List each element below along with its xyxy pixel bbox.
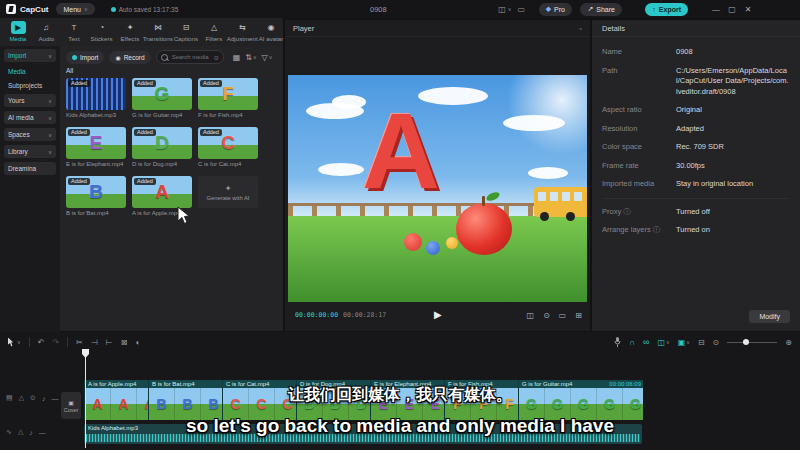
detail-label: Frame rate	[602, 161, 676, 172]
filter-icon: ▽	[262, 53, 268, 62]
record-mode-control[interactable]: ▣∨	[678, 338, 690, 347]
compare-icon[interactable]: ◫	[526, 311, 534, 320]
view-grid-icon[interactable]: ▦	[233, 53, 241, 62]
sort-icon: ⇅	[245, 53, 252, 62]
search-input[interactable]	[170, 53, 212, 61]
media-item-audio[interactable]: AddedKids Alphabet.mp3	[66, 78, 132, 118]
redo-icon[interactable]: ↷	[52, 338, 59, 347]
voiceover-mic-icon[interactable]	[614, 337, 621, 347]
zoom-in-icon[interactable]: ⊕	[785, 338, 792, 347]
tab-all[interactable]: All	[66, 67, 73, 74]
media-item-c[interactable]: AddedCC is for Cat.mp4	[198, 127, 264, 167]
export-button[interactable]: ↑ Export	[645, 3, 688, 16]
modify-button[interactable]: Modify	[749, 310, 790, 323]
detail-value: Turned on	[676, 225, 790, 236]
menu-button[interactable]: Menu ∨	[56, 3, 94, 15]
layout-single-icon[interactable]: ▭	[517, 5, 525, 14]
thumb-letter: D	[155, 132, 169, 154]
share-button[interactable]: ↗ Share	[580, 3, 622, 16]
media-item-d[interactable]: AddedDD is for Dog.mp4	[132, 127, 198, 167]
added-badge: Added	[134, 178, 156, 185]
import-button[interactable]: Import	[66, 51, 104, 64]
media-item-e[interactable]: AddedEE is for Elephant.mp4	[66, 127, 132, 167]
detail-row-arrange-layers: Arrange layersⓘTurned on	[592, 225, 800, 236]
video-preview[interactable]: A	[288, 75, 587, 302]
generate-with-ai-card[interactable]: ✦Generate with AI	[198, 176, 264, 216]
slider-knob[interactable]	[743, 339, 749, 345]
minimize-icon[interactable]: —	[708, 5, 724, 14]
sidebar-item-subprojects[interactable]: Subprojects	[8, 80, 60, 90]
sidebar-item-ai-media[interactable]: AI media∨	[4, 111, 56, 124]
select-tool[interactable]: ∨	[8, 338, 21, 347]
grass	[288, 216, 587, 302]
tab-adjustment[interactable]: ⇆Adjustment	[230, 21, 255, 42]
track-mode-control[interactable]: ◫∨	[657, 338, 669, 347]
sidebar-label: Media	[8, 68, 26, 75]
detail-value: Turned off	[676, 207, 790, 218]
mask-icon[interactable]: ◐	[135, 338, 140, 347]
tab-audio[interactable]: ♫Audio	[34, 21, 58, 42]
export-icon: ↑	[652, 6, 656, 13]
player-panel: Player ▫ A 00:00:00:00 00:00:28:17 ▶ ◫ ⊙	[285, 20, 590, 331]
share-label: Share	[596, 6, 615, 13]
sort-control[interactable]: ⇅∨	[245, 53, 256, 62]
play-button[interactable]: ▶	[434, 309, 442, 320]
tab-filters[interactable]: △Filters	[202, 21, 226, 42]
detail-row-proxy: ProxyⓘTurned off	[592, 207, 800, 218]
tab-stickers[interactable]: ◔Stickers	[90, 21, 114, 42]
trim-left-icon[interactable]: ⊣	[91, 338, 98, 347]
cloud	[528, 167, 568, 179]
tab-effects[interactable]: ✦Effects	[118, 21, 142, 42]
detail-value: C:/Users/Emerson/AppData/Local/CapCut/Us…	[676, 66, 790, 98]
tab-ai-avatar[interactable]: ◉AI avatar	[259, 21, 283, 42]
fullscreen-icon[interactable]: ⊞	[575, 311, 582, 320]
details-panel-title: Details	[602, 24, 625, 33]
trim-right-icon[interactable]: ⊢	[106, 338, 113, 347]
preview-axis-icon[interactable]: ⊟	[698, 338, 705, 347]
sidebar-item-library[interactable]: Library∨	[4, 145, 56, 158]
details-panel: Details Name0908 PathC:/Users/Emerson/Ap…	[592, 20, 800, 331]
media-toolbar: Import ◉Record ⊙ ▦ ⇅∨ ▽∨	[66, 50, 272, 64]
media-item-b[interactable]: AddedBB is for Bat.mp4	[66, 176, 132, 216]
player-controls: 00:00:00:00 00:00:28:17 ▶ ◫ ⊙ ▭ ⊞	[285, 311, 590, 325]
timeline-zoom-slider[interactable]	[727, 342, 777, 343]
link-icon[interactable]: ∞	[643, 337, 649, 347]
pro-button[interactable]: ◆ Pro	[539, 3, 572, 16]
media-grid: AddedKids Alphabet.mp3 AddedGG is for Gu…	[66, 78, 264, 216]
cloud	[318, 163, 364, 176]
snap-magnet-icon[interactable]: ∩	[629, 338, 635, 347]
search-box[interactable]: ⊙	[156, 50, 224, 64]
close-icon[interactable]: ✕	[740, 5, 756, 14]
filter-control[interactable]: ▽∨	[262, 53, 273, 62]
added-badge: Added	[200, 80, 222, 87]
maximize-icon[interactable]: ▢	[724, 5, 740, 14]
sidebar-item-import[interactable]: Import∨	[4, 49, 56, 62]
total-duration: 00:00:28:17	[343, 311, 386, 319]
split-icon[interactable]: ✂	[76, 338, 83, 347]
tab-label: Text	[68, 35, 79, 42]
layout-switcher[interactable]: ◫ ∨ ▭	[498, 5, 525, 14]
zoom-out-icon[interactable]: ⊙	[713, 338, 720, 347]
preview-zoom-icon[interactable]: ⊙	[543, 311, 550, 320]
sidebar-item-dreamina[interactable]: Dreamina	[4, 162, 56, 175]
media-item-g[interactable]: AddedGG is for Guitar.mp4	[132, 78, 198, 118]
delete-icon[interactable]: ⊠	[121, 338, 128, 347]
layout-panels-icon[interactable]: ◫	[498, 5, 506, 14]
thumb-letter: B	[89, 181, 103, 203]
timeline-toolbar-left: ∨ ↶ ↷ ✂ ⊣ ⊢ ⊠ ◐	[8, 336, 140, 348]
sidebar-item-yours[interactable]: Yours∨	[4, 94, 56, 107]
chevron-down-icon: ∨	[48, 149, 52, 155]
record-button[interactable]: ◉Record	[109, 51, 150, 64]
undo-icon[interactable]: ↶	[38, 338, 45, 347]
tab-captions[interactable]: ⊟Captions	[174, 21, 198, 42]
sidebar-item-media[interactable]: Media	[8, 66, 60, 76]
media-item-f[interactable]: AddedFF is for Fish.mp4	[198, 78, 264, 118]
tab-transitions[interactable]: ⋈Transitions	[146, 21, 170, 42]
tab-media[interactable]: ▶Media	[6, 21, 30, 42]
ratio-icon[interactable]: ▭	[558, 311, 566, 320]
float-panel-icon[interactable]: ▫	[580, 25, 582, 32]
detail-value: Rec. 709 SDR	[676, 142, 790, 153]
tab-text[interactable]: TText	[62, 21, 86, 42]
search-icon	[161, 54, 168, 61]
sidebar-item-spaces[interactable]: Spaces∨	[4, 128, 56, 141]
